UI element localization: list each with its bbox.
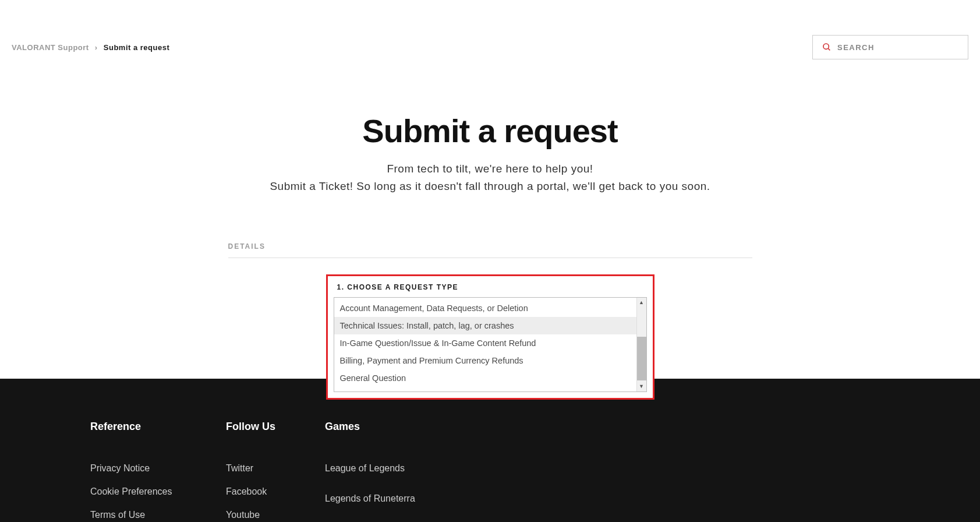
dropdown-option[interactable]: General Question bbox=[334, 369, 636, 387]
request-type-box: 1. CHOOSE A REQUEST TYPE Account Managem… bbox=[326, 274, 654, 400]
scroll-thumb[interactable] bbox=[637, 337, 646, 380]
svg-line-1 bbox=[828, 48, 830, 50]
page-title: Submit a request bbox=[12, 112, 968, 150]
search-icon bbox=[822, 43, 832, 52]
footer-col-follow: Follow Us Twitter Facebook Youtube bbox=[226, 421, 325, 522]
footer-link[interactable]: Facebook bbox=[226, 486, 307, 497]
footer-link[interactable]: League of Legends bbox=[325, 463, 453, 474]
footer-heading-games: Games bbox=[325, 421, 453, 433]
footer-link[interactable]: Legends of Runeterra bbox=[325, 493, 453, 504]
dropdown-items: Account Management, Data Requests, or De… bbox=[334, 298, 636, 392]
footer-link[interactable]: Privacy Notice bbox=[90, 463, 208, 474]
scroll-up-arrow[interactable]: ▲ bbox=[637, 298, 646, 308]
hero-section: Submit a request From tech to tilt, we'r… bbox=[12, 71, 968, 219]
breadcrumb-current: Submit a request bbox=[104, 43, 169, 52]
footer-link[interactable]: Twitter bbox=[226, 463, 307, 474]
footer-heading-follow: Follow Us bbox=[226, 421, 307, 433]
footer-link[interactable]: Terms of Use bbox=[90, 510, 208, 520]
footer-link[interactable]: Cookie Preferences bbox=[90, 486, 208, 497]
subtitle-line2: Submit a Ticket! So long as it doesn't f… bbox=[270, 180, 710, 192]
subtitle-line1: From tech to tilt, we're here to help yo… bbox=[387, 163, 593, 175]
footer-col-reference: Reference Privacy Notice Cookie Preferen… bbox=[90, 421, 226, 522]
breadcrumb: VALORANT Support › Submit a request bbox=[12, 43, 169, 52]
dropdown-option[interactable]: Account Management, Data Requests, or De… bbox=[334, 299, 636, 317]
svg-point-0 bbox=[823, 44, 829, 49]
footer-heading-reference: Reference bbox=[90, 421, 208, 433]
footer-link[interactable]: Youtube bbox=[226, 510, 307, 520]
page-subtitle: From tech to tilt, we're here to help yo… bbox=[12, 160, 968, 196]
breadcrumb-parent[interactable]: VALORANT Support bbox=[12, 43, 89, 52]
footer: Reference Privacy Notice Cookie Preferen… bbox=[0, 379, 980, 522]
scroll-down-arrow[interactable]: ▼ bbox=[637, 382, 646, 392]
dropdown-option[interactable]: Billing, Payment and Premium Currency Re… bbox=[334, 352, 636, 369]
form-area: DETAILS 1. CHOOSE A REQUEST TYPE Account… bbox=[228, 242, 752, 400]
footer-col-games: Games League of Legends Legends of Runet… bbox=[325, 421, 470, 522]
dropdown-option[interactable]: Technical Issues: Install, patch, lag, o… bbox=[334, 317, 636, 334]
request-type-label: 1. CHOOSE A REQUEST TYPE bbox=[334, 283, 647, 291]
details-section-label: DETAILS bbox=[228, 242, 752, 258]
breadcrumb-separator: › bbox=[95, 43, 98, 52]
search-box[interactable] bbox=[812, 35, 968, 59]
top-bar: VALORANT Support › Submit a request bbox=[12, 0, 968, 71]
dropdown-option[interactable]: In-Game Question/Issue & In-Game Content… bbox=[334, 334, 636, 352]
footer-columns: Reference Privacy Notice Cookie Preferen… bbox=[90, 421, 890, 522]
search-input[interactable] bbox=[837, 43, 958, 52]
main-content: VALORANT Support › Submit a request Subm… bbox=[0, 0, 980, 400]
scrollbar[interactable]: ▲ ▼ bbox=[636, 298, 646, 392]
request-type-dropdown[interactable]: Account Management, Data Requests, or De… bbox=[334, 297, 647, 392]
